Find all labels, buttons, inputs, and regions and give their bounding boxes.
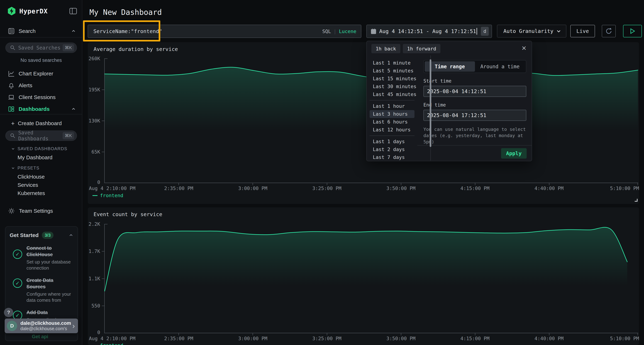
get-started-header[interactable]: Get Started 3/3 — [10, 232, 73, 239]
sidebar-item-services[interactable]: Services — [18, 182, 38, 188]
range-option[interactable]: Last 30 minutes — [370, 83, 414, 90]
x-tick — [252, 333, 253, 335]
saved-searches-input[interactable]: Saved Searches ⌘K — [5, 42, 77, 53]
refresh-button[interactable] — [602, 25, 616, 37]
sql-toggle[interactable]: SQL — [322, 28, 331, 34]
user-menu[interactable]: D dale@clickhouse.com dale@clickhouse.co… — [5, 319, 78, 333]
shift-back-button[interactable]: 1h back — [371, 44, 400, 53]
x-tick-label: Aug 4 2:10:00 PM — [89, 336, 136, 341]
refresh-icon — [605, 27, 613, 35]
range-option[interactable]: Last 45 minutes — [370, 90, 414, 98]
range-option[interactable]: Last 5 minutes — [370, 67, 414, 75]
chevron-up-icon — [71, 107, 76, 111]
divider — [370, 135, 414, 136]
sidebar-item-label: Chart Explorer — [18, 71, 53, 77]
divider — [0, 37, 82, 37]
chart-legend[interactable]: frontend — [92, 343, 123, 345]
sidebar-item-clickhouse[interactable]: ClickHouse — [18, 174, 45, 180]
saved-dashboards-input[interactable]: Saved Dashboards ⌘K — [5, 130, 77, 141]
sidebar-item-dashboards[interactable]: Dashboards — [0, 104, 82, 114]
help-button[interactable]: ? — [4, 308, 13, 317]
chart-title: Event count by service — [94, 211, 162, 217]
x-axis-labels: Aug 4 2:10:00 PM 2:35:00 PM 3:00:00 PM 3… — [105, 336, 638, 342]
natural-language-hint: You can use natural language to select d… — [424, 126, 526, 145]
search-icon — [10, 133, 16, 138]
run-query-button[interactable] — [623, 25, 642, 37]
lucene-toggle[interactable]: Lucene — [339, 28, 356, 34]
logo-text: HyperDX — [19, 7, 48, 15]
sidebar-item-label: Alerts — [18, 82, 32, 88]
x-tick — [252, 183, 253, 185]
chart-explorer-icon — [8, 70, 15, 77]
sidebar: HyperDX Search Saved Searches ⌘K No save… — [0, 0, 82, 345]
x-tick — [638, 333, 638, 335]
chevron-down-icon — [556, 28, 561, 34]
sidebar-item-team-settings[interactable]: Team Settings — [0, 206, 82, 216]
x-tick-label: 2:35:00 PM — [164, 336, 194, 341]
get-started-item[interactable]: ✓ Create Data Sources Configure where yo… — [10, 277, 73, 303]
avatar: D — [7, 321, 17, 331]
time-mode-tabs: Time range Around a time — [424, 60, 526, 73]
user-team-name: dale@clickhouse.com's — [20, 326, 71, 331]
get-started-partial-link[interactable]: Get api — [32, 334, 48, 340]
page-title: My New Dashboard — [90, 8, 162, 17]
laptop-icon — [8, 94, 15, 101]
x-tick — [178, 183, 179, 185]
y-tick — [102, 89, 104, 90]
start-time-input[interactable]: 2025-08-04 14:12:51 — [424, 86, 526, 97]
x-axis-labels: Aug 4 2:10:00 PM 2:35:00 PM 3:00:00 PM 3… — [105, 186, 638, 192]
x-tick — [401, 183, 401, 185]
close-icon[interactable]: × — [522, 44, 526, 52]
get-started-item[interactable]: ✓ Connect to ClickHouse Set up your data… — [10, 245, 73, 271]
range-option-selected[interactable]: Last 3 hours — [370, 110, 414, 118]
event-count-line-chart — [105, 224, 638, 333]
get-started-badge: 3/3 — [42, 232, 54, 239]
x-tick-label: 5:10:00 PM — [610, 186, 639, 191]
popup-scrollbar-thumb[interactable] — [430, 59, 431, 147]
time-range-input[interactable]: Aug 4 14:12:51 - Aug 4 17:12:51 d — [366, 25, 492, 38]
granularity-select[interactable]: Auto Granularity — [497, 25, 566, 37]
create-dashboard-button[interactable]: + Create Dashboard — [0, 118, 82, 128]
apply-button[interactable]: Apply — [501, 148, 527, 159]
search-icon — [10, 45, 16, 50]
sidebar-item-client-sessions[interactable]: Client Sessions — [0, 92, 82, 102]
y-tick-label: 260K — [75, 56, 100, 61]
chart-legend[interactable]: frontend — [92, 193, 123, 198]
panel-resize-handle[interactable] — [635, 199, 638, 202]
range-option[interactable]: Last 1 minute — [370, 59, 414, 67]
user-email: dale@clickhouse.com — [20, 321, 71, 326]
tab-around-a-time[interactable]: Around a time — [475, 61, 525, 72]
y-tick-label: 195K — [75, 87, 100, 92]
range-option[interactable]: Last 12 hours — [370, 126, 414, 134]
check-circle-icon: ✓ — [13, 279, 22, 288]
get-started-item-desc: Set up your database connection — [26, 259, 73, 271]
range-option[interactable]: Last 15 minutes — [370, 75, 414, 83]
end-time-input[interactable]: 2025-08-04 17:12:51 — [424, 110, 526, 121]
sidebar-item-my-dashboard[interactable]: My Dashboard — [18, 154, 52, 161]
presets-section[interactable]: PRESETS — [11, 166, 40, 171]
chevron-right-icon: › — [72, 322, 75, 330]
range-option[interactable]: Last 1 hour — [370, 102, 414, 110]
collapse-sidebar-icon[interactable] — [70, 8, 77, 14]
y-tick — [102, 279, 104, 279]
sidebar-item-search[interactable]: Search — [0, 26, 82, 36]
live-button[interactable]: Live — [570, 25, 595, 37]
sidebar-item-kubernetes[interactable]: Kubernetes — [18, 190, 45, 196]
tab-time-range[interactable]: Time range — [425, 61, 475, 72]
y-tick-label: 550 — [75, 303, 100, 309]
legend-series-name: frontend — [100, 343, 123, 345]
range-option[interactable]: Last 6 hours — [370, 118, 414, 126]
sidebar-item-alerts[interactable]: Alerts — [0, 80, 82, 90]
x-tick — [401, 333, 401, 335]
x-tick-label: 4:15:00 PM — [460, 336, 490, 341]
shift-forward-button[interactable]: 1h forward — [403, 44, 440, 53]
y-tick — [102, 251, 104, 252]
x-tick — [178, 333, 179, 335]
time-range-popup: 1h back 1h forward × Last 1 minute Last … — [366, 41, 532, 161]
range-option[interactable]: Last 7 days — [370, 153, 414, 161]
sidebar-item-chart-explorer[interactable]: Chart Explorer — [0, 69, 82, 79]
saved-dashboards-section[interactable]: SAVED DASHBOARDS — [11, 146, 67, 151]
range-option[interactable]: Last 2 days — [370, 145, 414, 153]
y-tick-label: 0 — [75, 330, 100, 335]
range-option[interactable]: Last 1 days — [370, 138, 414, 145]
